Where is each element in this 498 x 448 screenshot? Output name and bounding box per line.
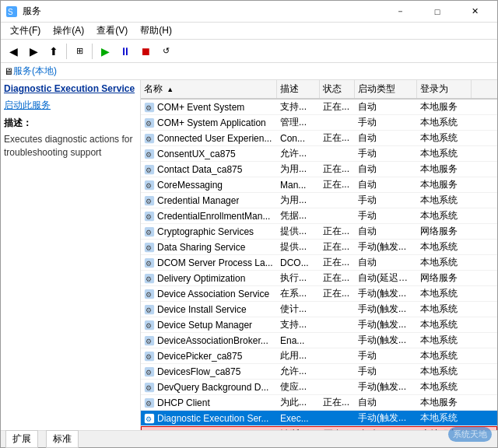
col-header-status[interactable]: 状态 bbox=[320, 80, 355, 98]
breadcrumb-root: 🖥 bbox=[4, 66, 13, 77]
table-row[interactable]: ⚙DevicePicker_ca875此用...手动本地系统 bbox=[141, 348, 497, 364]
toolbar-sep-1 bbox=[66, 44, 67, 59]
service-icon: ⚙ bbox=[144, 304, 155, 315]
service-login: 本地系统 bbox=[417, 255, 472, 270]
toolbar-back[interactable]: ◀ bbox=[4, 42, 23, 61]
maximize-button[interactable]: □ bbox=[419, 4, 455, 19]
service-desc: 为用... bbox=[277, 162, 320, 177]
service-icon: ⚙ bbox=[144, 366, 155, 377]
table-row[interactable]: ⚙Delivery Optimization执行...正在...自动(延迟设..… bbox=[141, 271, 497, 286]
service-startup: 手动(触发... bbox=[355, 240, 417, 254]
status-tab-standard[interactable]: 标准 bbox=[46, 430, 79, 448]
menu-file[interactable]: 文件(F) bbox=[4, 23, 47, 39]
service-name: DCOM Server Process La... bbox=[157, 257, 273, 268]
service-status bbox=[320, 418, 355, 419]
service-login: 本地系统 bbox=[417, 131, 472, 145]
service-startup: 自动 bbox=[355, 255, 417, 270]
service-desc: 允许... bbox=[277, 146, 320, 161]
left-panel-action[interactable]: 启动此服务 bbox=[4, 99, 137, 112]
title-controls: － □ ✕ bbox=[382, 4, 493, 19]
service-status: 正在... bbox=[320, 131, 355, 145]
service-icon: ⚙ bbox=[144, 117, 155, 128]
toolbar-forward[interactable]: ▶ bbox=[24, 42, 43, 61]
table-row[interactable]: ⚙Device Association Service在系...正在...手动(… bbox=[141, 286, 497, 302]
table-row[interactable]: ⚙DevQuery Background D...使应...手动(触发...本地… bbox=[141, 380, 497, 395]
table-row[interactable]: ⚙Device Install Service使计...手动(触发...本地系统 bbox=[141, 302, 497, 317]
service-desc: 允许... bbox=[277, 364, 320, 379]
table-row[interactable]: ⚙DeviceAssociationBroker...Ena...手动(触发..… bbox=[141, 333, 497, 348]
left-panel-title[interactable]: Diagnostic Execution Service bbox=[4, 83, 137, 94]
service-login: 本地系统 bbox=[417, 380, 472, 394]
service-startup: 手动 bbox=[355, 364, 417, 379]
svg-text:⚙: ⚙ bbox=[146, 290, 152, 298]
service-startup: 手动 bbox=[355, 208, 417, 223]
toolbar-show-hide[interactable]: ⊞ bbox=[70, 42, 89, 61]
service-status bbox=[320, 215, 355, 217]
table-row[interactable]: ⚙DCOM Server Process La...DCO...正在...自动本… bbox=[141, 255, 497, 271]
service-icon: ⚙ bbox=[144, 397, 155, 408]
service-login: 本地服务 bbox=[417, 162, 472, 177]
service-name: Delivery Optimization bbox=[157, 273, 245, 284]
service-startup: 手动(触发... bbox=[355, 317, 417, 332]
table-row[interactable]: ⚙DHCP Client为此...正在...自动本地服务 bbox=[141, 395, 497, 411]
service-status: 正在... bbox=[320, 240, 355, 254]
table-row[interactable]: ⚙Device Setup Manager支持...手动(触发...本地系统 bbox=[141, 317, 497, 333]
window-title: 服务 bbox=[23, 5, 41, 18]
service-icon: ⚙ bbox=[144, 102, 155, 113]
toolbar-start[interactable]: ▶ bbox=[96, 42, 114, 61]
table-row[interactable]: ⚙Contact Data_ca875为用...正在...自动本地服务 bbox=[141, 162, 497, 177]
table-row[interactable]: ⚙DevicesFlow_ca875允许...手动本地系统 bbox=[141, 364, 497, 380]
svg-text:⚙: ⚙ bbox=[146, 337, 152, 345]
table-row[interactable]: ⚙Diagnostic Execution Ser...Exec...手动(触发… bbox=[141, 411, 497, 426]
service-name: DevicePicker_ca875 bbox=[157, 351, 242, 362]
service-startup: 手动(触发... bbox=[355, 333, 417, 348]
service-desc: Ena... bbox=[277, 334, 320, 347]
menu-view[interactable]: 查看(V) bbox=[90, 23, 134, 39]
service-login: 本地系统 bbox=[417, 348, 472, 363]
service-startup: 自动 bbox=[355, 100, 417, 114]
col-header-desc[interactable]: 描述 bbox=[277, 80, 320, 98]
minimize-button[interactable]: － bbox=[382, 4, 418, 19]
service-login: 本地服务 bbox=[417, 395, 472, 410]
col-header-name[interactable]: 名称 ▲ bbox=[141, 80, 277, 98]
breadcrumb-services-local[interactable]: 服务(本地) bbox=[13, 65, 57, 78]
service-status bbox=[320, 200, 355, 201]
service-name: Connected User Experien... bbox=[157, 133, 272, 144]
service-status: 正在... bbox=[320, 162, 355, 177]
service-login: 本地系统 bbox=[417, 115, 472, 130]
table-row[interactable]: ⚙Credential Manager为用...手动本地系统 bbox=[141, 193, 497, 208]
status-tab-expand[interactable]: 扩展 bbox=[5, 430, 38, 448]
table-row[interactable]: ⚙ConsentUX_ca875允许...手动本地系统 bbox=[141, 146, 497, 162]
toolbar-up[interactable]: ⬆ bbox=[44, 42, 63, 61]
table-row[interactable]: ⚙Cryptographic Services提供...正在...自动网络服务 bbox=[141, 224, 497, 240]
toolbar-pause[interactable]: ⏸ bbox=[116, 42, 135, 61]
menu-action[interactable]: 操作(A) bbox=[47, 23, 90, 39]
svg-text:⚙: ⚙ bbox=[146, 135, 152, 142]
table-row[interactable]: ⚙COM+ Event System支持...正在...自动本地服务 bbox=[141, 100, 497, 115]
service-login: 本地系统 bbox=[417, 411, 472, 425]
toolbar-restart[interactable]: ↺ bbox=[156, 42, 175, 61]
service-login: 本地系统 bbox=[417, 333, 472, 348]
col-header-startup[interactable]: 启动类型 bbox=[355, 80, 417, 98]
service-desc: 管理... bbox=[277, 115, 320, 130]
table-row[interactable]: ⚙CredentialEnrollmentMan...凭据...手动本地系统 bbox=[141, 208, 497, 224]
close-button[interactable]: ✕ bbox=[457, 4, 493, 19]
col-header-login[interactable]: 登录为 bbox=[417, 80, 472, 98]
service-name: Cryptographic Services bbox=[157, 226, 254, 237]
table-row[interactable]: ⚙COM+ System Application管理...手动本地系统 bbox=[141, 115, 497, 131]
breadcrumb-bar: 🖥 服务(本地) bbox=[1, 63, 497, 80]
menu-help[interactable]: 帮助(H) bbox=[134, 23, 178, 39]
table-row[interactable]: ⚙Data Sharing Service提供...正在...手动(触发...本… bbox=[141, 240, 497, 255]
service-name: DevicesFlow_ca875 bbox=[157, 366, 240, 377]
table-row[interactable]: ⚙CoreMessagingMan...正在...自动本地服务 bbox=[141, 177, 497, 193]
toolbar-sep-2 bbox=[92, 44, 93, 59]
service-login: 本地系统 bbox=[417, 302, 472, 317]
service-desc: DCO... bbox=[277, 257, 320, 269]
svg-text:⚙: ⚙ bbox=[146, 150, 152, 158]
service-login: 本地服务 bbox=[417, 177, 472, 192]
toolbar-stop[interactable]: ⏹ bbox=[136, 42, 155, 61]
service-icon: ⚙ bbox=[144, 149, 155, 159]
right-panel: 名称 ▲ 描述 状态 启动类型 登录为 ⚙COM+ Event System支持… bbox=[141, 80, 497, 430]
service-startup: 手动(触发... bbox=[355, 286, 417, 301]
table-row[interactable]: ⚙Connected User Experien...Con...正在...自动… bbox=[141, 131, 497, 146]
